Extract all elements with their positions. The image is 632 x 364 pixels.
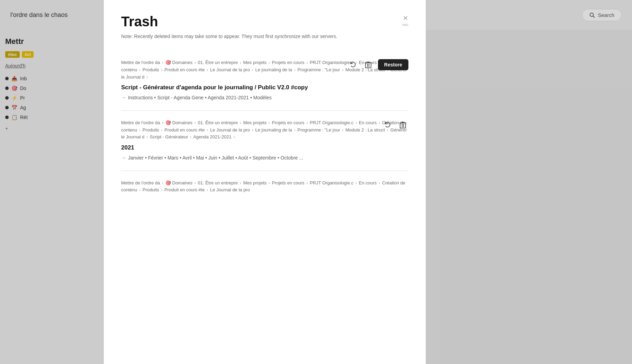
- item-title: 2021: [121, 144, 408, 151]
- item-actions: [382, 119, 408, 130]
- modal-header: Trash × esc: [121, 14, 408, 29]
- trash-icon: [365, 61, 372, 69]
- undo-icon: [384, 121, 391, 129]
- item-children: → Instructions • Script - Agenda Gene • …: [121, 94, 408, 101]
- modal-title: Trash: [121, 14, 158, 29]
- restore-button[interactable]: Restore: [378, 59, 408, 70]
- item-actions: Restore: [347, 59, 408, 70]
- delete-button[interactable]: [363, 59, 374, 70]
- modal-note: Note: Recently deleted items may take so…: [121, 33, 408, 40]
- trash-item: Mettre de l'ordre da › 🎯 Domaines › 01. …: [121, 171, 408, 206]
- svg-rect-2: [365, 63, 371, 68]
- restore-icon-button[interactable]: [347, 59, 359, 70]
- close-button[interactable]: × esc: [403, 14, 408, 27]
- trash-item: Mettre de l'ordre da › 🎯 Domaines › 01. …: [121, 51, 408, 111]
- trash-icon: [399, 121, 406, 129]
- svg-rect-6: [400, 123, 406, 128]
- trash-modal: Trash × esc Note: Recently deleted items…: [104, 0, 426, 364]
- restore-icon-button[interactable]: [382, 119, 393, 130]
- item-children: → Janvier • Février • Mars • Avril • Mai…: [121, 154, 408, 162]
- trash-item: Mettre de l'ordre da › 🎯 Domaines › 01. …: [121, 111, 408, 171]
- delete-button[interactable]: [397, 119, 408, 130]
- item-title: Script - Générateur d'agenda pour le jou…: [121, 84, 408, 91]
- breadcrumb: Mettre de l'ordre da › 🎯 Domaines › 01. …: [121, 119, 408, 141]
- close-icon: ×: [403, 14, 408, 22]
- esc-label: esc: [403, 23, 408, 27]
- undo-icon: [349, 61, 357, 69]
- breadcrumb: Mettre de l'ordre da › 🎯 Domaines › 01. …: [121, 180, 408, 194]
